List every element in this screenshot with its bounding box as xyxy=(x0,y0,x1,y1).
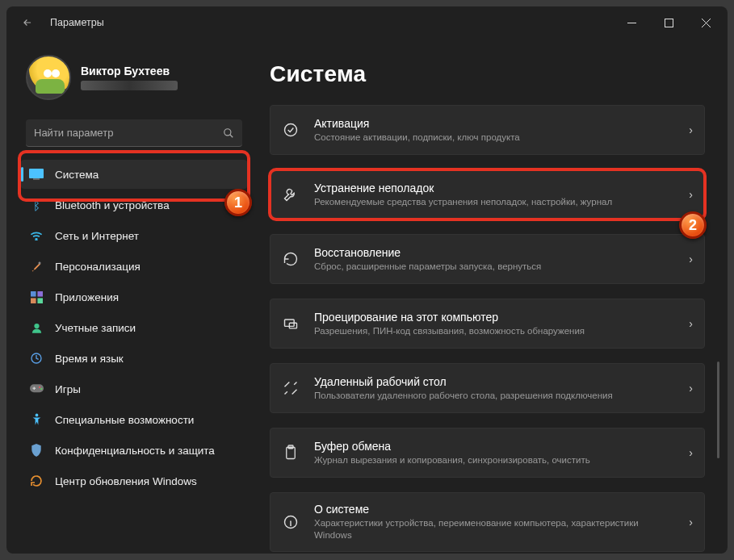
sidebar-item-label: Bluetooth и устройства xyxy=(55,199,170,211)
card-body: Восстановление Сброс, расширенные параме… xyxy=(314,246,674,273)
clipboard-icon xyxy=(282,444,300,462)
chevron-right-icon: › xyxy=(689,446,693,459)
annotation-badge-1: 1 xyxy=(224,189,252,216)
card-about[interactable]: О системе Характеристики устройства, пер… xyxy=(270,492,705,552)
card-subtitle: Рекомендуемые средства устранения непола… xyxy=(314,196,674,208)
scrollbar[interactable] xyxy=(717,361,719,458)
svg-rect-19 xyxy=(289,323,296,328)
card-subtitle: Характеристики устройства, переименовани… xyxy=(314,517,674,541)
svg-rect-7 xyxy=(31,291,36,297)
card-subtitle: Журнал вырезания и копирования, синхрони… xyxy=(314,454,674,466)
back-button[interactable] xyxy=(16,11,39,34)
wifi-icon xyxy=(29,228,44,243)
profile-text: Виктор Бухтеев xyxy=(81,65,178,90)
svg-rect-4 xyxy=(33,178,40,180)
svg-rect-8 xyxy=(37,291,43,297)
svg-rect-1 xyxy=(665,19,673,27)
sidebar-item-apps[interactable]: Приложения xyxy=(21,282,247,311)
shield-icon xyxy=(29,443,44,458)
profile-email-blurred xyxy=(81,81,178,90)
globe-clock-icon xyxy=(29,351,44,366)
accessibility-icon xyxy=(29,412,44,427)
search-input[interactable]: Найти параметр xyxy=(26,119,242,147)
sidebar-item-gaming[interactable]: Игры xyxy=(21,374,247,403)
person-icon xyxy=(29,320,44,335)
wrench-icon xyxy=(282,186,300,203)
avatar xyxy=(26,55,71,100)
titlebar: Параметры xyxy=(6,6,728,39)
sidebar-item-accessibility[interactable]: Специальные возможности xyxy=(21,405,247,434)
sidebar-item-label: Специальные возможности xyxy=(55,414,194,426)
check-circle-icon xyxy=(282,121,300,139)
sidebar-item-system[interactable]: Система xyxy=(21,160,247,189)
svg-rect-9 xyxy=(31,298,36,303)
card-projecting[interactable]: Проецирование на этот компьютер Разрешен… xyxy=(270,299,705,349)
apps-icon xyxy=(29,290,44,304)
svg-point-11 xyxy=(34,323,39,328)
maximize-button[interactable] xyxy=(650,10,687,36)
sidebar-item-label: Конфиденциальность и защита xyxy=(55,445,215,457)
sidebar-item-accounts[interactable]: Учетные записи xyxy=(21,313,247,342)
sidebar-item-update[interactable]: Центр обновления Windows xyxy=(21,466,247,495)
card-body: Удаленный рабочий стол Пользователи удал… xyxy=(314,375,674,402)
close-button[interactable] xyxy=(687,10,724,36)
sidebar-item-privacy[interactable]: Конфиденциальность и защита xyxy=(21,436,247,465)
card-subtitle: Сброс, расширенные параметры запуска, ве… xyxy=(314,261,674,273)
chevron-right-icon: › xyxy=(689,382,693,395)
content-area: Виктор Бухтеев Найти параметр 1 Система … xyxy=(6,39,728,554)
update-icon xyxy=(29,474,44,488)
sidebar-item-label: Время и язык xyxy=(55,353,124,365)
card-remote-desktop[interactable]: Удаленный рабочий стол Пользователи удал… xyxy=(270,363,705,413)
svg-point-5 xyxy=(36,239,37,240)
sidebar-item-time-language[interactable]: Время и язык xyxy=(21,344,247,373)
sidebar-item-label: Персонализация xyxy=(55,261,141,273)
search-placeholder: Найти параметр xyxy=(34,127,113,139)
sidebar-item-label: Система xyxy=(55,169,99,181)
svg-point-14 xyxy=(38,387,40,388)
remote-icon xyxy=(282,379,300,397)
card-body: Буфер обмена Журнал вырезания и копирова… xyxy=(314,440,674,466)
card-body: Проецирование на этот компьютер Разрешен… xyxy=(314,311,674,337)
sidebar-item-bluetooth[interactable]: ᛒ Bluetooth и устройства xyxy=(21,190,247,219)
sidebar-item-personalization[interactable]: Персонализация xyxy=(21,252,247,281)
card-body: Устранение неполадок Рекомендуемые средс… xyxy=(314,182,674,208)
card-body: Активация Состояние активации, подписки,… xyxy=(314,117,674,144)
profile-block[interactable]: Виктор Бухтеев xyxy=(21,55,247,108)
svg-rect-3 xyxy=(29,169,44,178)
main-panel: Система 2 Активация Состояние активации,… xyxy=(255,39,728,554)
window-title: Параметры xyxy=(50,17,104,28)
svg-rect-20 xyxy=(287,447,296,458)
minimize-button[interactable] xyxy=(613,10,650,36)
search-icon xyxy=(223,127,234,139)
chevron-right-icon: › xyxy=(689,123,693,136)
gamepad-icon xyxy=(29,382,44,396)
projecting-icon xyxy=(282,315,300,332)
sidebar: Виктор Бухтеев Найти параметр 1 Система … xyxy=(6,39,255,554)
recovery-icon xyxy=(282,250,300,268)
card-title: Удаленный рабочий стол xyxy=(314,375,674,388)
svg-point-16 xyxy=(35,414,38,417)
chevron-right-icon: › xyxy=(689,188,693,201)
window-controls xyxy=(613,10,724,36)
sidebar-item-network[interactable]: Сеть и Интернет xyxy=(21,221,247,250)
card-troubleshoot[interactable]: Устранение неполадок Рекомендуемые средс… xyxy=(270,169,705,219)
sidebar-item-label: Сеть и Интернет xyxy=(55,230,139,242)
card-title: Активация xyxy=(314,117,674,130)
nav: 1 Система ᛒ Bluetooth и устройства Сеть … xyxy=(21,160,247,495)
chevron-right-icon: › xyxy=(689,253,693,265)
bluetooth-icon: ᛒ xyxy=(29,198,44,212)
sidebar-item-label: Учетные записи xyxy=(55,322,136,334)
card-title: Проецирование на этот компьютер xyxy=(314,311,674,324)
card-clipboard[interactable]: Буфер обмена Журнал вырезания и копирова… xyxy=(270,428,705,478)
card-activation[interactable]: Активация Состояние активации, подписки,… xyxy=(270,105,705,155)
card-title: Восстановление xyxy=(314,246,674,259)
settings-cards: 2 Активация Состояние активации, подписк… xyxy=(270,105,705,552)
card-body: О системе Характеристики устройства, пер… xyxy=(314,503,674,541)
svg-point-17 xyxy=(285,124,297,136)
card-recovery[interactable]: Восстановление Сброс, расширенные параме… xyxy=(270,234,705,284)
card-subtitle: Пользователи удаленного рабочего стола, … xyxy=(314,390,674,402)
info-icon xyxy=(282,513,300,531)
svg-rect-10 xyxy=(37,298,43,303)
sidebar-item-label: Приложения xyxy=(55,291,119,303)
svg-rect-0 xyxy=(627,23,636,23)
